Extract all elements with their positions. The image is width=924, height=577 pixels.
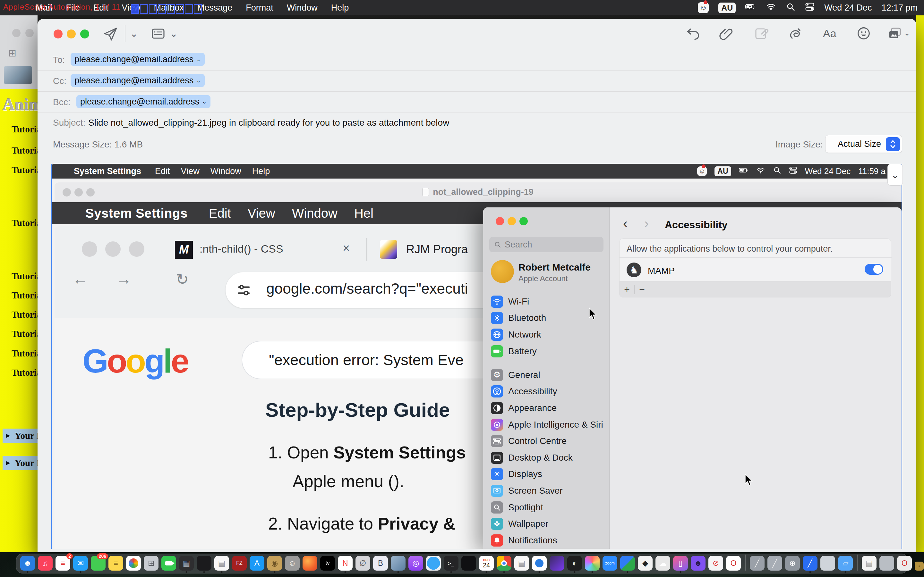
image-size-dropdown[interactable]: Actual Size — [825, 135, 902, 153]
your-link-item[interactable]: ►Your L — [3, 429, 37, 443]
sidebar-item-apple-intelligence-siri[interactable]: Apple Intelligence & Siri — [488, 416, 605, 433]
menu-item-edit[interactable]: Edit — [87, 3, 115, 13]
photo-browser-chevron[interactable]: ⌄ — [904, 29, 910, 37]
menu-item-hel[interactable]: Hel — [346, 206, 382, 221]
reload-icon[interactable]: ↻ — [176, 270, 189, 288]
url-text[interactable]: google.com/search?q="executi — [266, 280, 468, 297]
dock-icon-mail[interactable]: ✉ — [73, 556, 88, 571]
menu-item-window[interactable]: Window — [280, 3, 325, 13]
tutorial-link[interactable]: Tutorial S — [11, 165, 37, 175]
dock-icon-messages[interactable]: 206 — [91, 556, 105, 571]
dock-icon-appletv[interactable]: tv — [320, 556, 335, 571]
dock-icon-calendar[interactable]: DEC24 — [479, 556, 494, 571]
your-link-item[interactable]: ►Your L — [3, 456, 37, 470]
menu-item-view[interactable]: View — [176, 166, 205, 176]
dock-icon-thumb-red-ring[interactable]: O — [897, 556, 912, 571]
tutorial-link[interactable]: Tutorial S — [11, 348, 37, 359]
menu-item-format[interactable]: Format — [239, 3, 280, 13]
dock-icon-bw-swirl[interactable]: ◐ — [567, 556, 582, 571]
tab2-title[interactable]: RJM Progra — [406, 243, 468, 256]
dock-icon-thumb-doc[interactable]: ▤ — [862, 556, 877, 571]
tutorial-link[interactable]: Tutorial S — [11, 271, 37, 282]
sidebar-item-accessibility[interactable]: Accessibility — [488, 384, 605, 400]
screenshot-attachment[interactable]: System Settings EditViewWindowHelp ☺ AU … — [51, 164, 902, 549]
grid-view-icon[interactable]: ⊞ — [8, 47, 16, 59]
tab2-icon[interactable] — [380, 240, 397, 259]
dock-icon-safari[interactable] — [426, 556, 441, 571]
bcc-recipient-token[interactable]: please.change@email.address⌄ — [76, 95, 210, 108]
cc-recipient-token[interactable]: please.change@email.address⌄ — [71, 74, 205, 87]
dock-icon-photos[interactable] — [126, 556, 141, 571]
stepper-icon[interactable] — [886, 137, 900, 151]
sidebar-item-notifications[interactable]: Notifications — [488, 532, 605, 549]
dock-icon-palette[interactable] — [585, 556, 599, 571]
subject-value[interactable]: Slide not_allowed_clipping-21.jpeg in cl… — [88, 118, 449, 128]
dock-icon-dark-app[interactable] — [197, 556, 212, 571]
battery-icon[interactable] — [745, 2, 756, 14]
sidebar-item-desktop-dock[interactable]: Desktop & Dock — [488, 450, 605, 466]
insert-note-icon[interactable] — [754, 26, 769, 41]
message-collapse-button[interactable]: ⌄ — [887, 164, 903, 185]
dock-icon-iphone-mirroring[interactable]: ▯ — [673, 556, 688, 571]
dock-icon-facetime[interactable] — [162, 556, 176, 571]
minimize-button[interactable] — [507, 217, 516, 226]
close-button[interactable] — [53, 29, 63, 39]
mamp-toggle[interactable] — [865, 264, 883, 275]
dock-icon-blue-folder[interactable]: ▱ — [838, 556, 853, 571]
header-fields-chevron[interactable]: ⌄ — [170, 28, 178, 39]
dock-icon-filezilla[interactable]: FZ — [232, 556, 247, 571]
zoom-button[interactable] — [519, 217, 528, 226]
dock-icon-gray-compass[interactable]: ⊕ — [785, 556, 800, 571]
tutorial-link[interactable]: Tutorial S — [11, 145, 37, 156]
dock-icon-docker-blue[interactable] — [532, 556, 547, 571]
tutorial-link[interactable]: Tutorial S — [11, 367, 37, 378]
minimize-button[interactable] — [67, 29, 76, 39]
tutorial-link[interactable]: Tutorial S — [11, 329, 37, 339]
send-options-chevron[interactable]: ⌄ — [130, 28, 138, 39]
menu-bar-time[interactable]: 12:17 pm — [881, 3, 918, 13]
dock-icon-dev-purple[interactable] — [549, 556, 564, 571]
zoom-button[interactable] — [80, 29, 89, 39]
dock-icon-phone-dark[interactable]: ▦ — [179, 556, 194, 571]
dock-icon-notes[interactable]: ≡ — [108, 556, 123, 571]
sidebar-item-network[interactable]: Network — [488, 326, 605, 343]
writing-tools-icon[interactable] — [788, 26, 803, 41]
menu-item-mail[interactable]: Mail — [29, 3, 59, 13]
dock-icon-light-rect[interactable] — [821, 556, 835, 571]
dock-icon-thumb-gray[interactable] — [879, 556, 894, 571]
menu-item-window[interactable]: Window — [205, 166, 247, 176]
sidebar-item-spotlight[interactable]: Spotlight — [488, 499, 605, 516]
dock-icon-podcasts[interactable]: ◎ — [409, 556, 423, 571]
settings-search-input[interactable]: Search — [489, 237, 604, 252]
inactive-traffic-light[interactable] — [105, 242, 121, 257]
tutorial-link[interactable]: Tutorial S — [11, 309, 37, 320]
dock-icon-launchpad[interactable]: ⊞ — [144, 556, 158, 571]
back-icon[interactable]: ← — [73, 270, 88, 288]
dock-icon-automator[interactable]: ◉ — [267, 556, 282, 571]
sidebar-item-wallpaper[interactable]: Wallpaper — [488, 516, 605, 532]
dock-icon-folder-pencil2[interactable]: ╱ — [767, 556, 782, 571]
dock-icon-white-blob[interactable]: ☁ — [656, 556, 670, 571]
dock-icon-document2[interactable]: ▤ — [514, 556, 529, 571]
dock-icon-gimp[interactable]: ☺ — [285, 556, 300, 571]
sidebar-item-appearance[interactable]: Appearance — [488, 400, 605, 416]
forward-chevron[interactable]: › — [644, 216, 649, 231]
dock-icon-textedit[interactable]: ▤ — [214, 556, 229, 571]
back-chevron[interactable]: ‹ — [623, 216, 628, 231]
menu-item-edit[interactable]: Edit — [200, 206, 239, 221]
dock-icon-folder-pencil[interactable]: ╱ — [750, 556, 764, 571]
tab-close-icon[interactable]: × — [342, 242, 350, 255]
clip-window-title-bar[interactable]: not_allowed_clipping-19 — [55, 182, 901, 202]
tune-icon[interactable] — [235, 281, 253, 300]
inactive-traffic-light[interactable] — [25, 29, 34, 37]
emoji-icon[interactable] — [856, 26, 871, 41]
menu-item-window[interactable]: Window — [284, 206, 346, 221]
dock-icon-terminal[interactable]: >_ — [444, 556, 459, 571]
mdn-tab-icon[interactable]: M — [175, 241, 193, 259]
dock-icon-red-slash[interactable]: ⊘ — [708, 556, 723, 571]
menu-extra-app-icon[interactable]: ☺ — [698, 2, 709, 13]
dock-icon-gray-slash[interactable]: ∅ — [355, 556, 370, 571]
account-name[interactable]: Robert Metcalfe — [519, 262, 591, 273]
dock-icon-firefox[interactable] — [302, 556, 317, 571]
sidebar-item-control-centre[interactable]: Control Centre — [488, 433, 605, 450]
